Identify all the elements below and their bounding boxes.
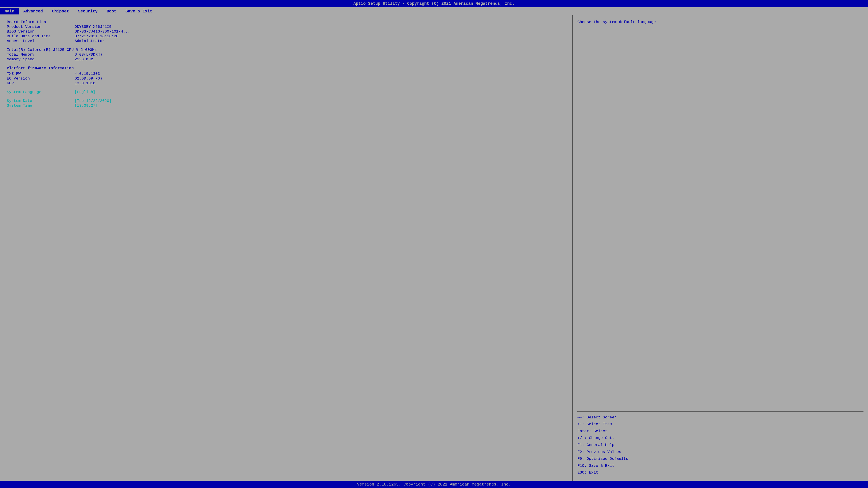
platform-info-title: Platform firmware Information bbox=[7, 66, 565, 71]
key-select-screen: →←: Select Screen bbox=[577, 414, 864, 421]
bios-version-value: SD-BS-CJ41G-300-101-H... bbox=[74, 29, 130, 34]
access-level-label: Access Level bbox=[7, 39, 74, 43]
menu-item-save-exit[interactable]: Save & Exit bbox=[121, 8, 157, 14]
build-date-row: Build Date and Time 07/21/2021 18:16:20 bbox=[7, 34, 565, 38]
key-esc-exit: ESC: Exit bbox=[577, 469, 864, 476]
footer-bar: Version 2.18.1263. Copyright (C) 2021 Am… bbox=[0, 481, 868, 488]
help-text: Choose the system default language bbox=[577, 20, 864, 24]
key-f1-help: F1: General Help bbox=[577, 442, 864, 449]
cpu-info-row: Intel(R) Celeron(R) J4125 CPU @ 2.00GHz bbox=[7, 48, 565, 52]
key-change-opt: +/-: Change Opt. bbox=[577, 435, 864, 442]
system-time-value: [13:39:27] bbox=[74, 103, 98, 108]
product-version-value: ODYSSEY-X86J41X5 bbox=[74, 25, 112, 29]
system-time-label: System Time bbox=[7, 103, 74, 108]
key-f9-defaults: F9: Optimized Defaults bbox=[577, 455, 864, 462]
key-enter-select: Enter: Select bbox=[577, 428, 864, 435]
total-memory-label: Total Memory bbox=[7, 53, 74, 57]
help-keys: →←: Select Screen ↑↓: Select Item Enter:… bbox=[577, 414, 864, 476]
system-language-row[interactable]: System Language [English] bbox=[7, 90, 565, 94]
memory-speed-row: Memory Speed 2133 MHz bbox=[7, 57, 565, 61]
total-memory-value: 8 GB(LPDDR4) bbox=[74, 53, 102, 57]
board-info-label: Board Information bbox=[7, 20, 74, 24]
gop-row: GOP 13.0.1018 bbox=[7, 81, 565, 86]
key-f2-prev: F2: Previous Values bbox=[577, 449, 864, 456]
system-date-value: [Tue 12/22/2020] bbox=[74, 99, 112, 103]
menu-item-boot[interactable]: Boot bbox=[102, 8, 121, 14]
txe-fw-label: TXE FW bbox=[7, 72, 74, 76]
title-bar: Aptio Setup Utility - Copyright (C) 2021… bbox=[0, 0, 868, 7]
product-version-label: Product Version bbox=[7, 25, 74, 29]
access-level-row: Access Level Administrator bbox=[7, 39, 565, 43]
gop-value: 13.0.1018 bbox=[74, 81, 95, 86]
build-date-label: Build Date and Time bbox=[7, 34, 74, 38]
system-language-value: [English] bbox=[74, 90, 95, 94]
menu-item-chipset[interactable]: Chipset bbox=[48, 8, 74, 14]
gop-label: GOP bbox=[7, 81, 74, 86]
access-level-value: Administrator bbox=[74, 39, 105, 43]
board-info-title: Board Information bbox=[7, 20, 565, 24]
menu-item-main[interactable]: Main bbox=[0, 8, 19, 14]
ec-version-label: EC Version bbox=[7, 76, 74, 80]
memory-speed-value: 2133 MHz bbox=[74, 57, 93, 61]
menu-item-advanced[interactable]: Advanced bbox=[19, 8, 47, 14]
divider bbox=[577, 412, 864, 412]
right-panel: Choose the system default language →←: S… bbox=[573, 15, 868, 481]
ec-version-value: 02.0D.09(P0) bbox=[74, 76, 102, 80]
footer-text: Version 2.18.1263. Copyright (C) 2021 Am… bbox=[357, 482, 511, 487]
key-f10-save: F10: Save & Exit bbox=[577, 462, 864, 469]
main-area: Board Information Product Version ODYSSE… bbox=[0, 15, 868, 481]
bios-version-row: BIOS Version SD-BS-CJ41G-300-101-H... bbox=[7, 29, 565, 34]
total-memory-row: Total Memory 8 GB(LPDDR4) bbox=[7, 53, 565, 57]
cpu-string: Intel(R) Celeron(R) J4125 CPU @ 2.00GHz bbox=[7, 48, 97, 52]
key-select-item: ↑↓: Select Item bbox=[577, 421, 864, 428]
txe-fw-row: TXE FW 4.0.15.1303 bbox=[7, 72, 565, 76]
menu-item-security[interactable]: Security bbox=[73, 8, 102, 14]
system-time-row[interactable]: System Time [13:39:27] bbox=[7, 103, 565, 108]
memory-speed-label: Memory Speed bbox=[7, 57, 74, 61]
ec-version-row: EC Version 02.0D.09(P0) bbox=[7, 76, 565, 80]
system-date-label: System Date bbox=[7, 99, 74, 103]
left-panel: Board Information Product Version ODYSSE… bbox=[0, 15, 573, 481]
menu-bar: Main Advanced Chipset Security Boot Save… bbox=[0, 7, 868, 15]
system-date-row[interactable]: System Date [Tue 12/22/2020] bbox=[7, 99, 565, 103]
build-date-value: 07/21/2021 18:16:20 bbox=[74, 34, 119, 38]
txe-fw-value: 4.0.15.1303 bbox=[74, 72, 100, 76]
platform-info-label: Platform firmware Information bbox=[7, 66, 74, 70]
bios-version-label: BIOS Version bbox=[7, 29, 74, 34]
system-language-label: System Language bbox=[7, 90, 74, 94]
title-text: Aptio Setup Utility - Copyright (C) 2021… bbox=[353, 1, 515, 6]
product-version-row: Product Version ODYSSEY-X86J41X5 bbox=[7, 25, 565, 29]
